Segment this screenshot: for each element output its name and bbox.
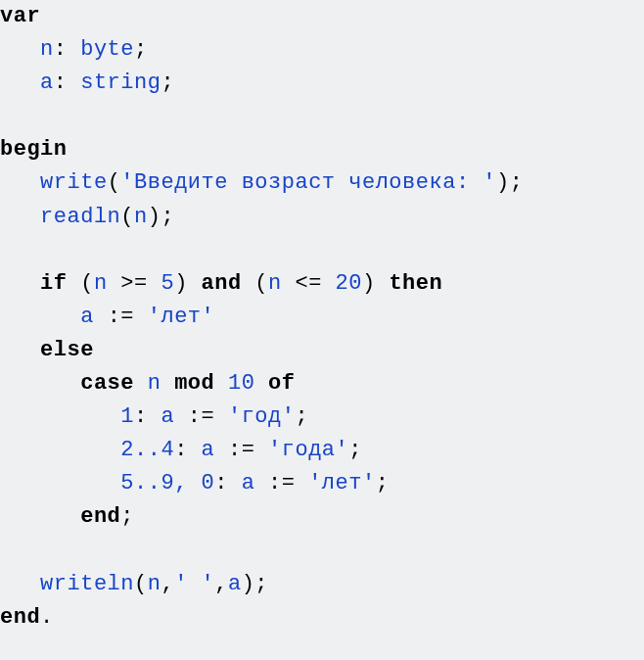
colon: : <box>54 71 68 95</box>
colon: : <box>54 37 68 62</box>
keyword-then: then <box>389 271 442 296</box>
string-let2: 'лет' <box>308 471 376 495</box>
string-goda: 'года' <box>268 438 348 462</box>
comma: , <box>161 572 174 596</box>
code-block: var n: byte; a: string; begin write('Вве… <box>0 0 644 635</box>
num-5: 5 <box>161 271 174 296</box>
assign-a1: a <box>80 305 94 329</box>
cond-n2: n <box>268 271 282 296</box>
keyword-if: if <box>40 271 67 296</box>
op-assign: := <box>228 438 254 462</box>
semicolon: ; <box>348 438 362 462</box>
rparen: ) <box>362 271 376 296</box>
writeln-n: n <box>148 572 161 596</box>
keyword-and: and <box>202 271 242 296</box>
semicolon: ; <box>161 71 174 95</box>
semicolon: ; <box>134 37 148 62</box>
lparen: ( <box>80 271 94 296</box>
cond-n1: n <box>94 271 108 296</box>
case-label-1: 1 <box>120 404 134 429</box>
keyword-mod: mod <box>174 371 214 396</box>
keyword-of: of <box>268 371 295 396</box>
semicolon: ; <box>510 170 524 195</box>
colon: : <box>214 471 228 495</box>
keyword-var: var <box>0 4 40 28</box>
fn-write: write <box>40 170 108 195</box>
rparen: ) <box>496 170 510 195</box>
semicolon: ; <box>254 572 268 596</box>
case-label-5-9-0: 5..9, 0 <box>120 471 214 495</box>
arg-n: n <box>134 205 148 229</box>
op-assign: := <box>188 404 214 429</box>
rparen: ) <box>242 572 255 596</box>
var-n: n <box>40 37 54 62</box>
string-god: 'год' <box>228 404 296 429</box>
op-assign: := <box>108 305 134 329</box>
keyword-end1: end <box>80 504 120 529</box>
string-let1: 'лет' <box>148 305 215 329</box>
rparen: ) <box>174 271 188 296</box>
comma: , <box>214 572 228 596</box>
type-string: string <box>80 71 161 95</box>
keyword-case: case <box>80 371 134 396</box>
semicolon: ; <box>120 504 134 529</box>
fn-readln: readln <box>40 205 120 229</box>
lparen: ( <box>108 170 121 195</box>
case2-a: a <box>202 438 215 462</box>
keyword-end2: end <box>0 605 40 630</box>
case-n: n <box>148 371 161 396</box>
keyword-begin: begin <box>0 137 68 162</box>
lparen: ( <box>254 271 268 296</box>
fn-writeln: writeln <box>40 572 134 596</box>
colon: : <box>174 438 188 462</box>
dot: . <box>40 605 54 630</box>
keyword-else: else <box>40 338 94 362</box>
colon: : <box>134 404 148 429</box>
case-label-2-4: 2..4 <box>120 438 174 462</box>
case3-a: a <box>242 471 255 495</box>
lparen: ( <box>134 572 148 596</box>
string-prompt: 'Введите возраст человека: ' <box>120 170 496 195</box>
type-byte: byte <box>80 37 134 62</box>
op-le: <= <box>295 271 321 296</box>
op-ge: >= <box>120 271 147 296</box>
case1-a: a <box>161 404 174 429</box>
semicolon: ; <box>161 205 174 229</box>
num-10: 10 <box>228 371 254 396</box>
semicolon: ; <box>295 404 308 429</box>
rparen: ) <box>148 205 161 229</box>
op-assign: := <box>268 471 295 495</box>
writeln-a: a <box>228 572 242 596</box>
lparen: ( <box>120 205 134 229</box>
num-20: 20 <box>336 271 362 296</box>
string-space: ' ' <box>174 572 214 596</box>
semicolon: ; <box>376 471 390 495</box>
var-a: a <box>40 71 54 95</box>
